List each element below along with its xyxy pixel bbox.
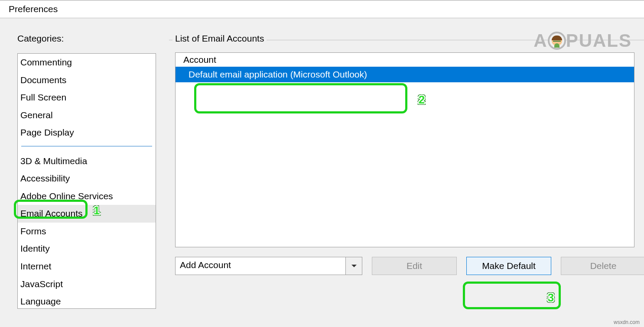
category-full-screen[interactable]: Full Screen [18, 89, 156, 107]
categories-list[interactable]: Commenting Documents Full Screen General… [17, 53, 156, 309]
category-accessibility[interactable]: Accessibility [18, 170, 156, 188]
annotation-badge-2: 2 [414, 91, 429, 108]
category-internet[interactable]: Internet [18, 258, 156, 275]
category-commenting[interactable]: Commenting [18, 54, 156, 71]
category-adobe-online-services[interactable]: Adobe Online Services [18, 188, 156, 205]
appuals-watermark: A PUALS [533, 30, 632, 51]
annotation-badge-1: 1 [89, 202, 104, 219]
categories-panel: Categories: Commenting Documents Full Sc… [17, 33, 156, 324]
category-language[interactable]: Language [18, 293, 156, 309]
annotation-badge-3: 3 [543, 289, 558, 306]
category-general[interactable]: General [18, 107, 156, 124]
category-forms[interactable]: Forms [18, 223, 156, 240]
delete-button[interactable]: Delete [561, 257, 644, 275]
preferences-content: Categories: Commenting Documents Full Sc… [0, 18, 644, 324]
source-note: wsxdn.com [614, 319, 640, 325]
make-default-button[interactable]: Make Default [466, 257, 551, 275]
category-identity[interactable]: Identity [18, 240, 156, 258]
section-title: List of Email Accounts [172, 33, 267, 44]
account-row-default[interactable]: Default email application (Microsoft Out… [176, 67, 634, 82]
account-list[interactable]: Account Default email application (Micro… [175, 52, 634, 247]
category-3d-multimedia[interactable]: 3D & Multimedia [18, 152, 156, 170]
accounts-group-box: Account Default email application (Micro… [169, 40, 644, 275]
account-actions-row: Add Account Edit Make Default Delete [175, 257, 644, 275]
category-email-accounts[interactable]: Email Accounts [18, 205, 156, 223]
category-page-display[interactable]: Page Display [18, 124, 156, 142]
category-documents[interactable]: Documents [18, 71, 156, 89]
email-accounts-panel: List of Email Accounts Account Default e… [169, 33, 644, 324]
window-title: Preferences [9, 4, 58, 14]
category-javascript[interactable]: JavaScript [18, 275, 156, 293]
appuals-avatar-icon [548, 32, 566, 50]
categories-heading: Categories: [17, 33, 156, 44]
category-divider [21, 146, 152, 146]
add-account-chevron-button[interactable] [345, 257, 362, 275]
chevron-down-icon [351, 265, 357, 267]
add-account-label: Add Account [176, 257, 345, 275]
window-title-bar: Preferences [0, 0, 644, 18]
account-column-header[interactable]: Account [176, 53, 634, 67]
edit-button[interactable]: Edit [372, 257, 457, 275]
add-account-dropdown[interactable]: Add Account [175, 257, 362, 275]
